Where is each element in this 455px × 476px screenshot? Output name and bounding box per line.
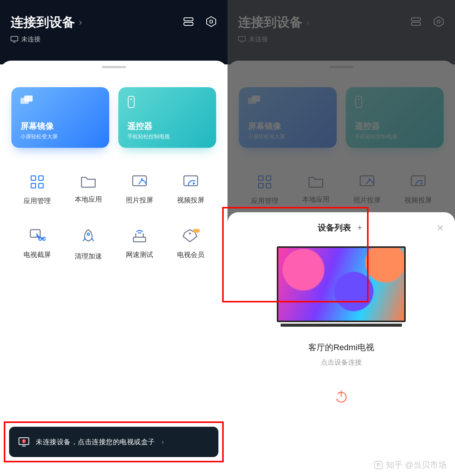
connect-banner[interactable]: 未连接设备，点击连接您的电视或盒子 › [9, 427, 218, 457]
card-title: 遥控器 [127, 121, 207, 132]
rocket-icon [81, 228, 96, 245]
chevron-right-icon: › [79, 17, 82, 28]
grid-icon [30, 174, 45, 189]
scissors-icon [29, 228, 46, 243]
status-text: 未连接 [21, 35, 41, 44]
device-hint: 点击设备连接 [237, 358, 446, 367]
grid-local-apps[interactable]: 本地应用 [63, 174, 114, 205]
feature-cards: 屏幕镜像 小屏轻松变大屏 遥控器 手机轻松控制电视 [0, 68, 228, 159]
svg-rect-20 [133, 237, 146, 242]
grid-app-manage[interactable]: 应用管理 [11, 174, 63, 205]
grid-label: 照片投屏 [126, 196, 153, 205]
settings-icon[interactable] [206, 16, 217, 27]
svg-rect-2 [184, 22, 193, 25]
remote-card[interactable]: 遥控器 手机轻松控制电视 [118, 87, 216, 148]
device-list-popup: 设备列表 + × 客厅的Redmi电视 点击设备连接 [228, 212, 455, 476]
svg-point-21 [189, 233, 191, 235]
svg-rect-11 [31, 183, 36, 188]
connection-status: 未连接 [11, 35, 217, 44]
grid-cleanup[interactable]: 清理加速 [63, 228, 114, 261]
content-sheet: 屏幕镜像 小屏轻松变大屏 遥控器 手机轻松控制电视 应用管理 本地应用 照片投屏 [0, 61, 228, 476]
grid-label: 电视截屏 [24, 250, 51, 259]
svg-rect-10 [39, 176, 43, 180]
grid-speed-test[interactable]: 网速测试 [114, 228, 165, 261]
svg-rect-0 [11, 36, 18, 41]
monitor-alert-icon [18, 437, 30, 447]
wifi-router-icon [131, 228, 148, 243]
grid-label: 清理加速 [75, 252, 102, 261]
popup-title: 设备列表 [318, 222, 351, 233]
header: 连接到设备 › 未连接 [0, 0, 228, 64]
svg-rect-25 [24, 440, 24, 442]
svg-point-8 [130, 99, 132, 100]
svg-point-14 [141, 178, 143, 180]
header-actions [183, 16, 217, 27]
right-pane: 连接到设备 › 未连接 屏幕镜像 小屏轻松变大屏 遥控器 手机轻松控制电视 [228, 0, 455, 476]
grid-tv-screenshot[interactable]: 电视截屏 [11, 228, 63, 261]
monitor-icon [11, 36, 18, 43]
svg-point-4 [210, 20, 213, 23]
svg-rect-22 [193, 229, 200, 233]
grid-label: 网速测试 [126, 250, 153, 259]
popup-header: 设备列表 + × [237, 222, 446, 233]
chevron-right-icon: › [162, 438, 164, 445]
svg-rect-6 [24, 96, 33, 102]
feature-grid: 应用管理 本地应用 照片投屏 视频投屏 电视截屏 清理加速 [0, 159, 228, 261]
card-title: 屏幕镜像 [20, 121, 100, 132]
title-text: 连接到设备 [11, 14, 75, 31]
grid-label: 应用管理 [24, 196, 51, 205]
remote-icon [127, 96, 135, 108]
svg-rect-1 [184, 18, 193, 21]
card-sub: 手机轻松控制电视 [127, 133, 207, 140]
tv-thumbnail [277, 246, 406, 322]
svg-rect-7 [128, 96, 134, 108]
card-sub: 小屏轻松变大屏 [20, 133, 100, 140]
power-icon[interactable] [334, 389, 349, 404]
screen-mirror-card[interactable]: 屏幕镜像 小屏轻松变大屏 [11, 87, 109, 148]
vip-tag-icon [182, 228, 200, 243]
grid-label: 本地应用 [75, 195, 102, 204]
svg-rect-12 [39, 183, 43, 188]
grid-photo-cast[interactable]: 照片投屏 [114, 174, 165, 205]
close-icon[interactable]: × [437, 221, 444, 234]
banner-text: 未连接设备，点击连接您的电视或盒子 [36, 437, 155, 446]
svg-rect-9 [31, 176, 36, 180]
svg-point-19 [87, 233, 89, 235]
grid-label: 电视会员 [177, 250, 204, 259]
photo-cast-icon [131, 174, 148, 189]
windows-icon [20, 96, 35, 107]
device-item[interactable] [273, 246, 409, 332]
grid-video-cast[interactable]: 视频投屏 [165, 174, 216, 205]
svg-marker-3 [207, 17, 216, 27]
grid-label: 视频投屏 [177, 196, 204, 205]
left-pane: 连接到设备 › 未连接 屏幕镜像 小屏轻松变大屏 遥控器 手机轻松控制电视 [0, 0, 228, 476]
video-cast-icon [182, 174, 199, 189]
scan-icon[interactable] [183, 17, 194, 27]
device-name: 客厅的Redmi电视 [237, 342, 446, 353]
svg-rect-26 [24, 442, 24, 443]
folder-icon [80, 174, 97, 188]
add-device-button[interactable]: + [355, 223, 365, 233]
grid-vip[interactable]: 电视会员 [165, 228, 216, 261]
